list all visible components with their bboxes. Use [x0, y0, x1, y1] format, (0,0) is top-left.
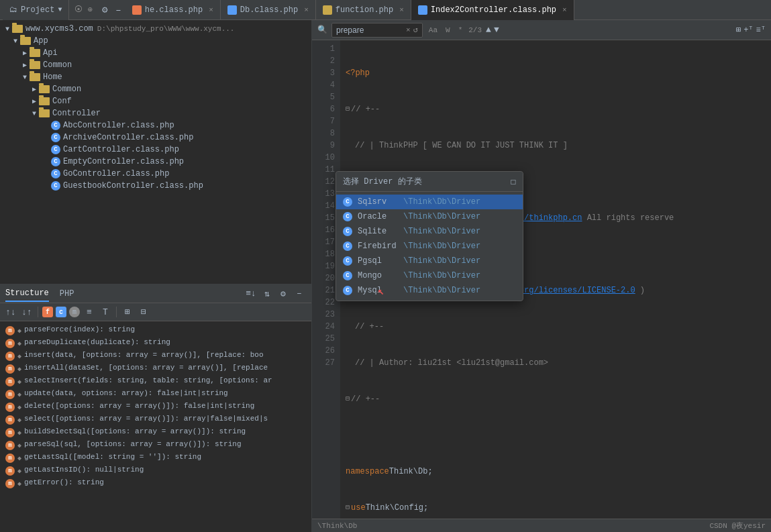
popup-item-mongo[interactable]: C Mongo \Think\Db\Driver [336, 268, 523, 283]
tab-label-index2: Index2Controller.class.php [431, 5, 556, 15]
search-prev-btn[interactable]: ▲ [486, 25, 491, 35]
popup-item-firebird[interactable]: C Firebird \Think\Db\Driver [336, 239, 523, 254]
tree-item-guestbookcontroller[interactable]: ▶ C GuestbookController.class.php [0, 180, 311, 192]
sort-asc-icon[interactable]: ↑↓ [4, 305, 17, 319]
collapse-icon[interactable]: ⊟ [137, 305, 150, 319]
badge-m-getlastsql: m [5, 454, 15, 463]
popup-item-sqlsrv[interactable]: C Sqlsrv \Think\Db\Driver [336, 195, 523, 209]
dot-delete: ◆ [17, 403, 21, 411]
tab-index2[interactable]: Index2Controller.class.php × [411, 0, 574, 20]
tree-item-api[interactable]: ▶ Api [0, 47, 311, 59]
tab-function[interactable]: function.php × [316, 0, 411, 20]
struct-item-insert[interactable]: m ◆ insert(data, [options: array = array… [0, 350, 311, 362]
line-num-18: 18 [312, 248, 335, 260]
badge-m-select: m [5, 415, 15, 425]
popup-item-mysql[interactable]: C Mysql \Think\Db\Driver ↖ [336, 283, 523, 298]
filter-c-icon[interactable]: c [56, 307, 66, 317]
dot-parsesql: ◆ [17, 441, 21, 449]
expand-icon[interactable]: ⊞ [121, 305, 134, 319]
tab-structure[interactable]: Structure [5, 286, 49, 302]
search-lines-icon[interactable]: ≡ᵀ [756, 25, 766, 35]
sort-alpha-icon[interactable]: ≡↓ [244, 287, 258, 301]
fold-10[interactable]: ⊟ [346, 393, 350, 405]
file-tree: ▼ www.xycms3.com D:\phpstudy_pro\WWW\www… [0, 20, 311, 284]
search-word-btn[interactable]: W [444, 25, 452, 35]
search-case-btn[interactable]: Aa [427, 25, 440, 35]
folder-icon-common1 [30, 61, 40, 69]
search-expand-btn[interactable]: ⊞ [736, 25, 741, 35]
fold-2[interactable]: ⊟ [346, 103, 350, 115]
search-regex-btn[interactable]: * [456, 25, 465, 35]
struct-item-parsesql[interactable]: m ◆ parseSql(sql, [options: array = arra… [0, 439, 311, 451]
struct-item-delete[interactable]: m ◆ delete([options: array = array()]): … [0, 401, 311, 413]
close-icon-function[interactable]: × [399, 6, 404, 14]
tree-label-empty: EmptyController.class.php [63, 157, 184, 166]
popup-icon-mysql: C [343, 286, 352, 295]
sort-desc-icon[interactable]: ↓↑ [20, 305, 34, 319]
tree-item-conf[interactable]: ▶ Conf [0, 95, 311, 107]
struct-item-parseforce[interactable]: m ◆ parseForce(index): string [0, 324, 311, 337]
popup-item-sqlite[interactable]: C Sqlite \Think\Db\Driver [336, 224, 523, 239]
search-next-btn[interactable]: ▼ [494, 25, 499, 35]
tree-item-archivecontroller[interactable]: ▶ C ArchiveController.class.php [0, 131, 311, 144]
struct-item-selectinsert[interactable]: m ◆ selectInsert(fields: string, table: … [0, 375, 311, 388]
struct-item-insertall[interactable]: m ◆ insertAll(dataSet, [options: array =… [0, 362, 311, 375]
popup-close-btn[interactable]: ☐ [511, 176, 516, 187]
tab-php[interactable]: PHP [60, 286, 74, 301]
close-icon-db[interactable]: × [304, 6, 309, 14]
project-tab[interactable]: 🗂 Project ▼ [3, 0, 69, 20]
badge-m-update: m [5, 390, 15, 399]
badge-m-buildselectsql: m [5, 428, 15, 437]
folder-icon-app [20, 37, 31, 45]
struct-item-buildselectsql[interactable]: m ◆ buildSelectSql([options: array = arr… [0, 426, 311, 439]
badge-m-delete: m [5, 403, 15, 412]
popup-item-oracle[interactable]: C Oracle \Think\Db\Driver [336, 209, 523, 224]
folder-icon-api [30, 49, 40, 57]
top-tab-bar: 🗂 Project ▼ ⦿ ⊕ ⚙ – he.class.php × Db.cl… [0, 0, 771, 20]
sort-type-icon[interactable]: ⇅ [260, 287, 274, 301]
struct-item-parsedup[interactable]: m ◆ parseDuplicate(duplicate): string [0, 337, 311, 350]
struct-item-geterror[interactable]: m ◆ getError(): string [0, 477, 311, 490]
filter-i-icon[interactable]: ≡ [83, 305, 96, 319]
tree-item-abccontroller[interactable]: ▶ C AbcController.class.php [0, 119, 311, 131]
settings-icon[interactable]: ⚙ [98, 4, 111, 15]
struct-item-getlastsql[interactable]: m ◆ getLastSql([model: string = '']): st… [0, 451, 311, 464]
tab-icon-he [132, 5, 142, 15]
line-num-13: 13 [312, 188, 335, 200]
search-plus-icon[interactable]: +ᵀ [743, 25, 753, 35]
struct-item-select[interactable]: m ◆ select([options: array = array()]): … [0, 413, 311, 426]
filter-f-icon[interactable]: f [42, 307, 53, 317]
fold-13[interactable]: ⊟ [346, 502, 350, 514]
filter-m-icon[interactable]: m [69, 307, 80, 317]
text-selectinsert: selectInsert(fields: string, table: stri… [24, 376, 306, 384]
search-refresh-icon[interactable]: ↺ [413, 25, 418, 35]
search-input[interactable] [336, 25, 403, 35]
popup-name-sqlsrv: Sqlsrv [358, 197, 398, 207]
dot-insertall: ◆ [17, 365, 21, 373]
tab-db[interactable]: Db.class.php × [221, 0, 316, 20]
tree-item-home[interactable]: ▼ Home [0, 71, 311, 83]
filter-type-icon[interactable]: T [99, 305, 112, 319]
close-icon-he[interactable]: × [209, 6, 213, 14]
dot-getlastsql: ◆ [17, 454, 21, 462]
right-panel: 🔍 × ↺ Aa W * 2/3 ▲ ▼ ⊞ +ᵀ ≡ᵀ [312, 20, 771, 532]
tree-item-emptycontroller[interactable]: ▶ C EmptyController.class.php [0, 156, 311, 168]
panel-settings-icon[interactable]: – [293, 287, 306, 301]
line-num-22: 22 [312, 297, 335, 309]
tree-item-controller[interactable]: ▼ Controller [0, 107, 311, 119]
struct-item-update[interactable]: m ◆ update(data, options: array): false|… [0, 388, 311, 401]
tree-item-gocontroller[interactable]: ▶ C GoController.class.php [0, 168, 311, 180]
tree-item-cartcontroller[interactable]: ▶ C CartController.class.php [0, 144, 311, 156]
popup-item-pgsql[interactable]: C Pgsql \Think\Db\Driver [336, 254, 523, 268]
search-clear-icon[interactable]: × [406, 26, 411, 34]
tree-root[interactable]: ▼ www.xycms3.com D:\phpstudy_pro\WWW\www… [0, 23, 311, 35]
tree-item-common1[interactable]: ▶ Common [0, 59, 311, 71]
line-num-23: 23 [312, 309, 335, 321]
tree-item-app[interactable]: ▼ App [0, 35, 311, 47]
expand-all-icon[interactable]: ⚙ [276, 287, 290, 301]
tab-he[interactable]: he.class.php × [125, 0, 221, 20]
struct-item-getlastinsid[interactable]: m ◆ getLastInsID(): null|string [0, 464, 311, 477]
close-icon-index2[interactable]: × [562, 6, 567, 14]
minimize-icon[interactable]: – [111, 5, 125, 15]
tree-item-common2[interactable]: ▶ Common [0, 83, 311, 95]
